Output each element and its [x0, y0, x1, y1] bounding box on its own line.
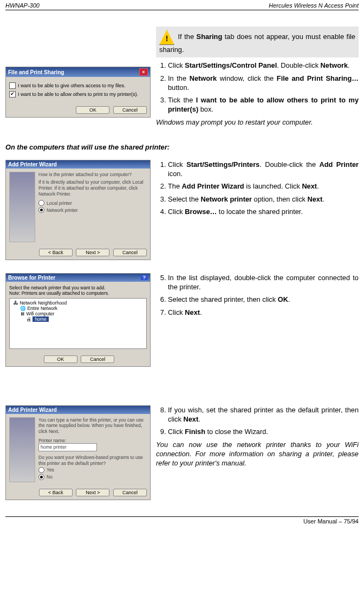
wizard-image: [9, 172, 35, 242]
add-printer-wizard-1: Add Printer Wizard How is the printer at…: [5, 160, 151, 260]
list-item: In the list displayed, double-click the …: [168, 273, 359, 292]
radio-yes[interactable]: [38, 467, 44, 473]
page-footer: User Manual – 75/94: [5, 516, 359, 525]
tree-node[interactable]: 🖧 Network Neighborhood: [11, 300, 145, 306]
help-icon[interactable]: ?: [141, 275, 148, 280]
checkbox-printer-access[interactable]: ✔: [9, 91, 16, 98]
radio-network[interactable]: [38, 207, 44, 213]
dialog-title: Browse for Printer: [8, 275, 55, 281]
warning-icon: [159, 30, 174, 45]
cancel-button[interactable]: Cancel: [113, 106, 147, 114]
tree-node-selected[interactable]: 🖨 home: [11, 316, 145, 322]
steps-list-4: If you wish, set the shared printer as t…: [156, 405, 359, 437]
header-left: HWNAP-300: [5, 2, 40, 9]
ok-button[interactable]: OK: [76, 106, 109, 114]
printer-name-input[interactable]: home printer: [38, 443, 97, 451]
list-item: Click Start/Settings/Control Panel. Doub…: [168, 61, 359, 70]
cancel-button[interactable]: Cancel: [113, 489, 147, 496]
cancel-button[interactable]: Cancel: [81, 355, 114, 363]
dialog-title: Add Printer Wizard: [8, 407, 57, 413]
radio-local[interactable]: [38, 200, 44, 206]
tree-node[interactable]: 🖥 Wifi computer: [11, 311, 145, 316]
list-item: Select the Network printer option, then …: [168, 195, 359, 204]
closing-note: You can now use the network printer than…: [156, 440, 359, 468]
list-item: The Add Printer Wizard is launched. Clic…: [168, 182, 359, 191]
wizard-image: [9, 417, 35, 482]
browse-for-printer-dialog: Browse for Printer ? Select the network …: [5, 273, 151, 367]
add-printer-wizard-2: Add Printer Wizard You can type a name f…: [5, 405, 151, 500]
file-print-sharing-dialog: File and Print Sharing × I want to be ab…: [5, 67, 151, 118]
back-button[interactable]: < Back: [39, 489, 73, 496]
list-item: Click Next.: [168, 308, 359, 317]
sub-heading: On the computers that will use the share…: [5, 143, 359, 151]
dialog-title: File and Print Sharing: [8, 69, 64, 75]
next-button[interactable]: Next >: [76, 489, 109, 496]
checkbox-label: I want to be able to give others access …: [18, 83, 126, 88]
checkbox-label: I want to be able to allow others to pri…: [18, 92, 138, 97]
warning-note: If the Sharing tab does not appear, you …: [156, 27, 359, 57]
steps-list-2: Click Start/Settings/Printers. Double-cl…: [156, 160, 359, 216]
close-icon[interactable]: ×: [139, 68, 148, 76]
steps-list-1: Click Start/Settings/Control Panel. Doub…: [156, 61, 359, 114]
list-item: Click Browse… to locate the shared print…: [168, 207, 359, 216]
steps-list-3: In the list displayed, double-click the …: [156, 273, 359, 317]
list-item: Click Finish to close the Wizard.: [168, 427, 359, 436]
list-item: If you wish, set the shared printer as t…: [168, 405, 359, 424]
printer-tree[interactable]: 🖧 Network Neighborhood 🌐 Entire Network …: [9, 298, 147, 349]
checkbox-file-access[interactable]: [9, 82, 16, 89]
list-item: In the Network window, click the File an…: [168, 74, 359, 93]
back-button[interactable]: < Back: [39, 249, 73, 256]
tree-node[interactable]: 🌐 Entire Network: [11, 306, 145, 311]
radio-no[interactable]: [38, 474, 44, 480]
dialog-title: Add Printer Wizard: [8, 161, 57, 167]
restart-note: Windows may prompt you to restart your c…: [156, 118, 359, 127]
list-item: Click Start/Settings/Printers. Double-cl…: [168, 160, 359, 179]
list-item: Tick the I want to be able to allow othe…: [168, 95, 359, 114]
header-right: Hercules Wireless N Access Point: [269, 2, 359, 9]
ok-button[interactable]: OK: [44, 355, 77, 363]
cancel-button[interactable]: Cancel: [113, 249, 147, 256]
next-button[interactable]: Next >: [76, 249, 109, 256]
page-header: HWNAP-300 Hercules Wireless N Access Poi…: [5, 0, 359, 10]
list-item: Select the shared printer, then click OK…: [168, 295, 359, 304]
